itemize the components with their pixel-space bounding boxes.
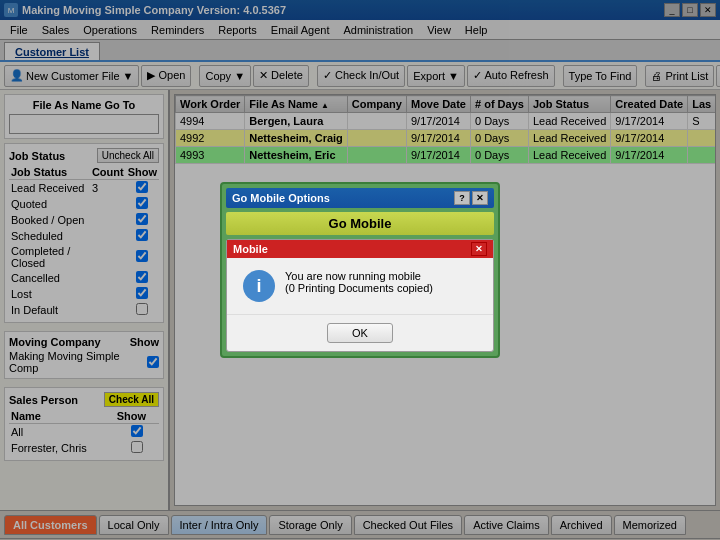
inner-dialog-title: Mobile ✕	[227, 240, 493, 258]
modal-msg-line2: (0 Printing Documents copied)	[285, 282, 433, 294]
modal-help-btn[interactable]: ?	[454, 191, 470, 205]
inner-title-text: Mobile	[233, 243, 268, 255]
mobile-inner-dialog: Mobile ✕ i You are now running mobile (0…	[226, 239, 494, 352]
inner-dialog-body: i You are now running mobile (0 Printing…	[227, 258, 493, 314]
inner-dialog-footer: OK	[227, 314, 493, 351]
inner-close-btn[interactable]: ✕	[471, 242, 487, 256]
modal-title-text: Go Mobile Options	[232, 192, 330, 204]
modal-msg-line1: You are now running mobile	[285, 270, 433, 282]
go-mobile-dialog: Go Mobile Options ? ✕ Go Mobile Mobile ✕…	[220, 182, 500, 358]
ok-btn[interactable]: OK	[327, 323, 393, 343]
modal-header-label: Go Mobile	[226, 212, 494, 235]
modal-close-btn[interactable]: ✕	[472, 191, 488, 205]
modal-message: You are now running mobile (0 Printing D…	[285, 270, 433, 294]
modal-title-bar: Go Mobile Options ? ✕	[226, 188, 494, 208]
info-icon: i	[243, 270, 275, 302]
modal-overlay: Go Mobile Options ? ✕ Go Mobile Mobile ✕…	[0, 0, 720, 540]
